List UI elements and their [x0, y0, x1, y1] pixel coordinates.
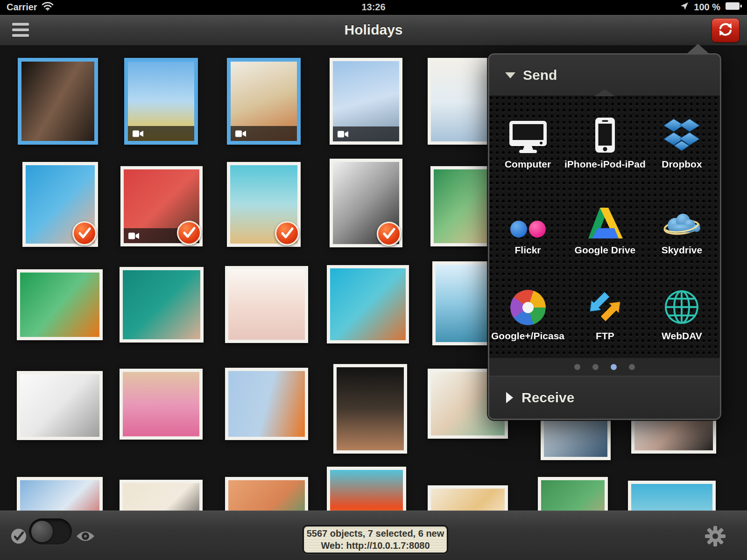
selected-check-badge [275, 221, 299, 245]
send-label: Send [523, 67, 557, 83]
page-dot[interactable] [629, 364, 635, 370]
selected-check-badge [177, 221, 201, 245]
service-computer[interactable]: Computer [491, 99, 564, 185]
chevron-right-icon [506, 392, 513, 403]
service-iphone-ipod-ipad[interactable]: iPhone-iPod-iPad [564, 99, 646, 185]
photo-image [21, 62, 94, 141]
photo-thumbnail[interactable] [124, 58, 198, 145]
photo-thumbnail[interactable] [225, 368, 308, 440]
photo-image [228, 269, 305, 340]
photo-thumbnail[interactable] [330, 159, 402, 247]
video-badge [231, 126, 297, 141]
page-dot[interactable] [574, 364, 580, 370]
toggle-knob [31, 521, 53, 542]
photo-image [20, 273, 99, 337]
photo-thumbnail[interactable] [330, 58, 402, 145]
photo-thumbnail[interactable] [18, 58, 98, 145]
photo-thumbnail[interactable] [120, 369, 203, 440]
popover-arrow [687, 44, 709, 54]
selection-mode-toggle[interactable] [29, 518, 72, 545]
photo-image [228, 371, 305, 437]
video-badge [333, 126, 399, 141]
photo-thumbnail[interactable] [225, 266, 308, 343]
nav-bar: Holidays [0, 15, 747, 46]
send-services-panel: Computer iPhone-iPod-iPad [489, 96, 720, 357]
status-display: 5567 objects, 7 selected, 6 new Web: htt… [303, 525, 448, 554]
sync-arrows-icon [717, 21, 734, 39]
photo-image [330, 268, 406, 340]
battery-icon [725, 2, 742, 13]
picasa-pinwheel-icon [510, 286, 546, 325]
service-google-plus-picasa[interactable]: Google+/Picasa [491, 271, 564, 357]
page-dots [489, 357, 720, 376]
page-title: Holidays [0, 22, 747, 38]
service-google-drive[interactable]: Google Drive [564, 185, 646, 271]
status-line-objects: 5567 objects, 7 selected, 6 new [304, 527, 447, 539]
send-receive-popover: Send Computer [488, 53, 721, 420]
photo-thumbnail[interactable] [17, 269, 103, 340]
service-dropbox[interactable]: Dropbox [646, 99, 718, 185]
chevron-down-icon [505, 72, 515, 78]
clock: 13:26 [0, 2, 747, 13]
location-arrow-icon [680, 1, 689, 13]
page-dot[interactable] [611, 364, 617, 370]
service-skydrive[interactable]: Skydrive [646, 185, 718, 271]
select-all-icon[interactable] [10, 528, 27, 546]
ftp-arrows-icon [586, 286, 624, 325]
video-badge [128, 126, 194, 141]
battery-percent: 100 % [694, 2, 720, 13]
photo-thumbnail[interactable] [120, 267, 204, 343]
photo-image [123, 270, 200, 339]
receive-section-header[interactable]: Receive [489, 376, 720, 419]
photo-image [431, 61, 497, 141]
sync-button[interactable] [712, 18, 740, 42]
service-flickr[interactable]: Flickr [491, 185, 564, 271]
photo-image [123, 372, 199, 436]
iphone-icon [594, 114, 616, 154]
status-line-web-address: Web: http://10.0.1.7:8080 [304, 539, 447, 552]
webdav-globe-icon [663, 286, 700, 325]
photo-image [337, 367, 404, 450]
page-dot[interactable] [592, 364, 599, 370]
photo-thumbnail[interactable] [327, 265, 409, 343]
computer-icon [508, 114, 548, 154]
photo-thumbnail[interactable] [227, 162, 301, 247]
bottom-toolbar: 5567 objects, 7 selected, 6 new Web: htt… [0, 511, 747, 560]
preview-eye-icon[interactable] [76, 530, 95, 545]
photo-thumbnail[interactable] [22, 162, 98, 247]
photo-thumbnail[interactable] [17, 371, 103, 440]
settings-button[interactable] [704, 525, 726, 549]
selected-check-badge [377, 222, 401, 246]
photo-thumbnail[interactable] [120, 166, 203, 246]
photo-image [20, 374, 99, 437]
photo-thumbnail[interactable] [333, 364, 407, 454]
receive-label: Receive [521, 390, 574, 406]
selected-check-badge [72, 221, 97, 245]
photo-thumbnail[interactable] [227, 58, 301, 145]
google-drive-icon [586, 200, 624, 239]
dropbox-icon [662, 114, 701, 154]
skydrive-cloud-icon [660, 200, 704, 239]
flickr-icon [508, 200, 548, 239]
status-bar: Carrier 13:26 100 % [0, 0, 747, 15]
service-webdav[interactable]: WebDAV [646, 271, 718, 357]
service-ftp[interactable]: FTP [564, 271, 646, 357]
